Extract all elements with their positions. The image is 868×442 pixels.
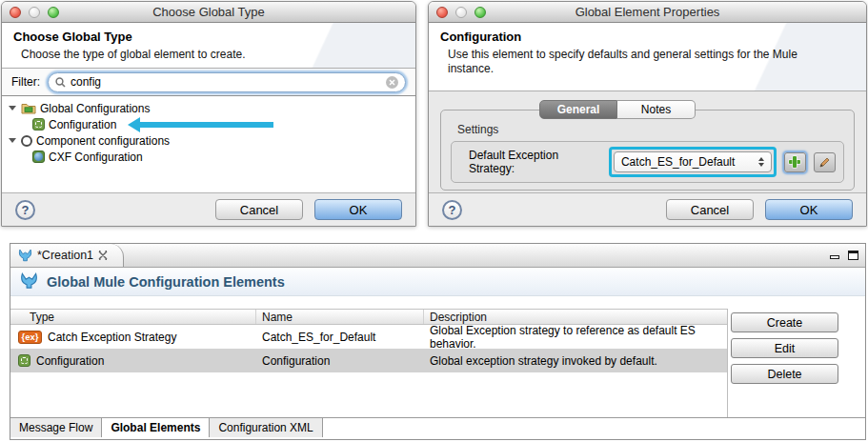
filter-search-value: config (71, 75, 101, 89)
column-header-type[interactable]: Type (10, 310, 256, 324)
dialog-header: Choose Global Type Choose the type of gl… (2, 23, 415, 69)
dialog-header: Configuration Use this element to specif… (429, 23, 866, 91)
table-row-catch-exception-strategy[interactable]: {ex} Catch Exception Strategy Catch_ES_f… (10, 325, 727, 349)
delete-button[interactable]: Delete (731, 364, 838, 384)
column-header-name[interactable]: Name (256, 310, 424, 324)
editor-tab-title: *Creation1 (37, 249, 93, 262)
window-title: Choose Global Type (152, 5, 265, 19)
dialog-description: Use this element to specify defaults and… (448, 48, 812, 76)
global-elements-table: Type Name Description {ex} Catch Excepti… (10, 309, 728, 417)
annotation-arrow-icon (128, 117, 273, 132)
properties-tabs: General Notes (539, 100, 696, 119)
zoom-window-button[interactable] (48, 7, 59, 18)
global-element-properties-dialog: Global Element Properties Configuration … (428, 1, 867, 227)
minimize-view-icon[interactable] (830, 255, 839, 259)
close-window-button[interactable] (436, 7, 448, 18)
mule-logo-icon (18, 249, 32, 263)
pencil-icon (818, 156, 831, 169)
general-tab-pane: Settings Default Exception Strategy: Cat… (440, 110, 855, 191)
close-window-button[interactable] (10, 7, 21, 18)
tree-item-cxf-configuration[interactable]: CXF Configuration (9, 149, 415, 165)
tree-item-label: Configuration (49, 118, 116, 131)
add-exception-strategy-button[interactable] (784, 152, 806, 172)
global-elements-editor-panel: *Creation1 Global Mule Configuration Ele… (10, 243, 866, 440)
editor-tab-bar: *Creation1 (10, 244, 865, 268)
expand-caret-icon[interactable] (9, 106, 16, 110)
titlebar: Global Element Properties (429, 2, 866, 23)
mule-logo-icon (20, 272, 38, 291)
folder-icon (21, 102, 36, 114)
search-icon (55, 77, 66, 88)
cell-type-value: Configuration (36, 354, 104, 368)
dialog-footer: ? Cancel OK (2, 192, 415, 226)
configuration-icon (32, 118, 45, 131)
table-actions: Create Edit Delete (731, 312, 838, 384)
tab-message-flow[interactable]: Message Flow (10, 418, 102, 437)
minimize-window-button[interactable] (29, 7, 40, 18)
catch-exception-strategy-icon: {ex} (18, 331, 42, 344)
cell-description-value: Global Exception strategy to reference a… (424, 324, 727, 351)
edit-exception-strategy-button[interactable] (814, 152, 836, 172)
cancel-button[interactable]: Cancel (215, 199, 303, 220)
dialog-footer: ? Cancel OK (429, 192, 866, 226)
editor-bottom-tabs: Message Flow Global Elements Configurati… (10, 417, 865, 437)
cell-name-value: Configuration (256, 354, 424, 368)
table-row-configuration[interactable]: Configuration Configuration Global excep… (10, 349, 727, 372)
default-exception-strategy-value: Catch_ES_for_Default (621, 155, 735, 169)
expand-caret-icon[interactable] (9, 138, 16, 143)
cell-name-value: Catch_ES_for_Default (256, 331, 424, 344)
cancel-button[interactable]: Cancel (666, 199, 754, 220)
component-circle-icon (21, 135, 32, 147)
help-button[interactable]: ? (15, 200, 35, 220)
annotation-highlight-box: Catch_ES_for_Default (609, 147, 777, 177)
ok-button[interactable]: OK (314, 199, 402, 220)
tab-notes[interactable]: Notes (617, 100, 696, 119)
tree-item-configuration[interactable]: Configuration (9, 116, 415, 132)
dialog-heading: Choose Global Type (13, 30, 404, 44)
configuration-icon (18, 354, 30, 367)
window-title: Global Element Properties (575, 5, 720, 19)
create-button[interactable]: Create (731, 312, 838, 332)
window-controls (10, 7, 59, 18)
dialog-heading: Configuration (440, 30, 855, 44)
filter-search-input[interactable]: config (48, 72, 406, 92)
cell-type-value: Catch Exception Strategy (48, 331, 176, 344)
dialog-body: General Notes Settings Default Exception… (429, 91, 866, 192)
tree-item-global-configurations[interactable]: Global Configurations (9, 100, 415, 116)
titlebar: Choose Global Type (2, 2, 415, 23)
global-type-tree: Global Configurations Configuration Comp… (2, 96, 415, 192)
filter-label: Filter: (11, 75, 40, 89)
default-exception-strategy-select[interactable]: Catch_ES_for_Default (614, 151, 772, 172)
plus-icon (789, 156, 800, 168)
dropdown-arrows-icon (758, 157, 764, 167)
close-tab-icon[interactable] (98, 251, 108, 260)
tree-item-component-configurations[interactable]: Component configurations (9, 132, 415, 149)
dialog-description: Choose the type of global element to cre… (21, 48, 404, 62)
settings-group: Default Exception Strategy: Catch_ES_for… (451, 141, 844, 183)
default-exception-strategy-label: Default Exception Strategy: (469, 149, 601, 175)
cxf-configuration-icon (32, 151, 45, 163)
tree-item-label: Global Configurations (40, 102, 150, 115)
editor-heading: Global Mule Configuration Elements (47, 274, 285, 290)
view-controls (830, 251, 858, 260)
tab-global-elements[interactable]: Global Elements (102, 418, 210, 437)
edit-button[interactable]: Edit (731, 338, 838, 358)
editor-header: Global Mule Configuration Elements (10, 268, 865, 296)
help-button[interactable]: ? (442, 200, 462, 220)
tree-item-label: Component configurations (36, 134, 170, 148)
maximize-view-icon[interactable] (848, 251, 858, 260)
column-header-description[interactable]: Description (424, 310, 727, 324)
zoom-window-button[interactable] (474, 7, 486, 18)
minimize-window-button[interactable] (455, 7, 467, 18)
clear-filter-icon[interactable] (386, 76, 398, 89)
editor-tab-creation1[interactable]: *Creation1 (10, 244, 124, 267)
tab-configuration-xml[interactable]: Configuration XML (210, 418, 322, 437)
settings-group-label: Settings (457, 123, 498, 136)
window-controls (436, 7, 486, 18)
ok-button[interactable]: OK (765, 199, 853, 220)
filter-row: Filter: config (2, 69, 415, 96)
cell-description-value: Global exception strategy invoked by def… (424, 354, 727, 368)
tab-general[interactable]: General (539, 100, 617, 119)
tree-item-label: CXF Configuration (49, 151, 143, 164)
table-header-row: Type Name Description (10, 309, 727, 325)
